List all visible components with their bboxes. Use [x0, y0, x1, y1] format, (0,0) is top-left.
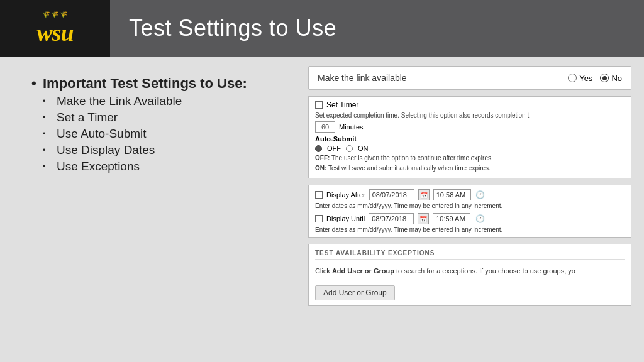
- display-after-hint: Enter dates as mm/dd/yyyy. Time may be e…: [315, 202, 625, 209]
- off-label: OFF: [327, 145, 341, 152]
- exceptions-header: TEST AVAILABILITY EXCEPTIONS: [315, 250, 625, 260]
- display-until-hint: Enter dates as mm/dd/yyyy. Time may be e…: [315, 226, 625, 233]
- minutes-input[interactable]: [315, 121, 335, 133]
- autosubmit-label: Auto-Submit: [315, 135, 625, 143]
- page-title: Test Settings to Use: [110, 15, 336, 41]
- display-after-checkbox[interactable]: [315, 191, 323, 199]
- minutes-label: Minutes: [339, 123, 364, 131]
- timer-minutes-row: Minutes: [315, 121, 625, 133]
- logo-text: wsu: [36, 19, 73, 47]
- set-timer-checkbox[interactable]: [315, 101, 323, 109]
- timer-widget: Set Timer Set expected completion time. …: [308, 96, 631, 178]
- display-until-label: Display Until: [326, 215, 365, 222]
- right-panel: Make the link available Yes No Set Timer…: [302, 57, 644, 362]
- main-bullet-list: Important Test Settings to Use: Make the…: [31, 75, 283, 177]
- autosubmit-radio-group: OFF ON: [315, 145, 625, 152]
- display-until-row: Display Until 📅 🕐: [315, 213, 625, 224]
- wsu-logo: 🌾🌾🌾 wsu: [36, 11, 73, 47]
- display-until-checkbox[interactable]: [315, 215, 323, 222]
- yes-label: Yes: [579, 74, 592, 83]
- add-user-group-button[interactable]: Add User or Group: [315, 285, 395, 300]
- main-content: Important Test Settings to Use: Make the…: [0, 57, 644, 362]
- no-radio[interactable]: No: [600, 74, 622, 83]
- display-until-time-input[interactable]: [433, 213, 470, 224]
- exceptions-text-before: Click: [315, 267, 332, 275]
- display-after-label: Display After: [326, 191, 365, 199]
- display-after-date-input[interactable]: [369, 189, 414, 200]
- on-label: ON: [358, 145, 369, 152]
- display-after-row: Display After 📅 🕐: [315, 189, 625, 200]
- set-timer-label: Set Timer: [326, 101, 358, 109]
- left-panel: Important Test Settings to Use: Make the…: [0, 57, 302, 362]
- off-note: OFF: The user is given the option to con…: [315, 154, 625, 163]
- link-available-label: Make the link available: [318, 73, 407, 83]
- exceptions-widget: TEST AVAILABILITY EXCEPTIONS Click Add U…: [308, 244, 631, 306]
- list-item: Use Display Dates: [43, 143, 283, 157]
- main-bullet-item: Important Test Settings to Use: Make the…: [31, 75, 283, 173]
- on-radio[interactable]: [346, 145, 353, 152]
- calendar-icon-after[interactable]: 📅: [418, 189, 430, 200]
- header: 🌾🌾🌾 wsu Test Settings to Use: [0, 0, 644, 57]
- display-dates-widget: Display After 📅 🕐 Enter dates as mm/dd/y…: [308, 185, 631, 238]
- exceptions-description: Click Add User or Group to search for a …: [315, 266, 625, 277]
- availability-radio-group: Yes No: [568, 74, 622, 83]
- timer-hint: Set expected completion time. Selecting …: [315, 112, 625, 119]
- link-available-widget: Make the link available Yes No: [308, 66, 631, 90]
- list-item: Set a Timer: [43, 111, 283, 124]
- off-radio[interactable]: [315, 145, 322, 152]
- timer-header: Set Timer: [315, 101, 625, 109]
- calendar-icon-until[interactable]: 📅: [418, 213, 429, 224]
- yes-radio-circle: [568, 74, 577, 82]
- no-label: No: [611, 74, 622, 83]
- display-until-date-input[interactable]: [369, 213, 414, 224]
- display-after-time-input[interactable]: [433, 189, 471, 200]
- exceptions-text-after: to search for a exceptions. If you choos…: [394, 267, 575, 275]
- list-item: Make the Link Available: [43, 94, 283, 108]
- exceptions-link-text: Add User or Group: [332, 267, 394, 275]
- clock-icon-until[interactable]: 🕐: [474, 213, 486, 224]
- list-item: Use Exceptions: [43, 160, 283, 173]
- sub-bullet-list: Make the Link Available Set a Timer Use …: [43, 94, 283, 173]
- logo-area: 🌾🌾🌾 wsu: [0, 0, 110, 57]
- no-radio-circle: [600, 74, 609, 82]
- wheat-decoration: 🌾🌾🌾: [42, 11, 69, 18]
- on-note: ON: Test will save and submit automatica…: [315, 164, 625, 173]
- clock-icon-after[interactable]: 🕐: [475, 189, 486, 200]
- yes-radio[interactable]: Yes: [568, 74, 592, 83]
- list-item: Use Auto-Submit: [43, 127, 283, 141]
